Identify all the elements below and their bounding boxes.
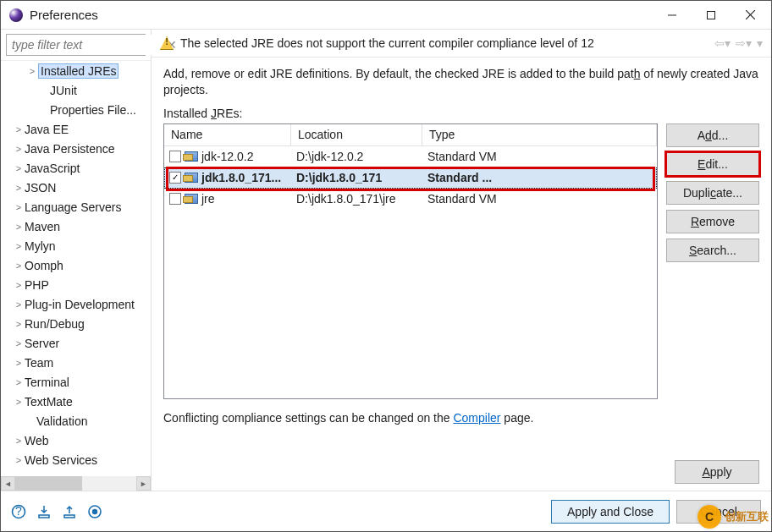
close-button[interactable]: [731, 2, 769, 29]
titlebar: Preferences: [1, 1, 771, 30]
tree-node[interactable]: >Installed JREs: [1, 61, 151, 80]
apply-button[interactable]: Apply: [675, 460, 759, 484]
jre-icon: [185, 173, 198, 183]
tree-node[interactable]: >Oomph: [1, 255, 151, 275]
tree-node[interactable]: >Terminal: [1, 372, 151, 392]
help-icon[interactable]: ?: [11, 504, 26, 519]
expander-icon[interactable]: >: [13, 144, 25, 154]
main-panel: The selected JRE does not support the cu…: [152, 30, 771, 491]
tree-node-label: Mylyn: [25, 239, 56, 253]
tree-node[interactable]: >Run/Debug: [1, 314, 151, 333]
tree-node-label: Maven: [25, 220, 60, 233]
col-location[interactable]: Location: [291, 124, 422, 145]
tree-node[interactable]: Validation: [1, 411, 151, 431]
expander-icon[interactable]: >: [13, 377, 25, 387]
nav-back-icon[interactable]: ⇦▾: [714, 36, 731, 50]
import-icon[interactable]: [36, 504, 52, 519]
expander-icon[interactable]: >: [13, 358, 25, 368]
minimize-button[interactable]: [653, 2, 692, 29]
checkbox[interactable]: [169, 193, 181, 205]
expander-icon[interactable]: >: [13, 455, 25, 465]
tree-node[interactable]: >Maven: [1, 217, 151, 236]
expander-icon[interactable]: >: [13, 222, 25, 232]
tree-node[interactable]: Properties File...: [1, 100, 151, 119]
tree-node-label: JUnit: [50, 84, 77, 97]
tree-node[interactable]: >JSON: [1, 178, 151, 197]
compiler-link[interactable]: Compiler: [453, 411, 500, 425]
jre-location: D:\jdk1.8.0_171: [291, 171, 422, 184]
remove-button[interactable]: Remove: [666, 210, 759, 233]
jre-table[interactable]: Name Location Type jdk-12.0.2D:\jdk-12.0…: [163, 123, 658, 399]
col-name[interactable]: Name: [164, 124, 291, 145]
nav-forward-icon[interactable]: ⇨▾: [736, 36, 752, 50]
warning-icon: [160, 36, 174, 50]
expander-icon[interactable]: >: [13, 241, 25, 251]
table-row[interactable]: jdk-12.0.2D:\jdk-12.0.2Standard VM: [164, 146, 657, 167]
tree-node[interactable]: >Java Persistence: [1, 139, 151, 158]
svg-text:?: ?: [15, 504, 22, 518]
warning-bar: The selected JRE does not support the cu…: [152, 30, 771, 58]
expander-icon[interactable]: >: [13, 280, 25, 290]
expander-icon[interactable]: >: [13, 319, 25, 329]
svg-point-7: [92, 508, 97, 513]
record-icon[interactable]: [87, 504, 102, 519]
app-icon: [9, 8, 23, 22]
tree-node-label: Installed JREs: [38, 63, 119, 79]
tree-node[interactable]: >Web Services: [1, 450, 151, 469]
tree-node[interactable]: >Server: [1, 333, 151, 353]
tree-node[interactable]: JUnit: [1, 80, 151, 100]
expander-icon[interactable]: >: [13, 163, 25, 173]
table-header: Name Location Type: [164, 124, 657, 146]
tree-node-label: Web: [25, 434, 49, 447]
tree-node-label: Web Services: [25, 453, 97, 467]
table-row[interactable]: jreD:\jdk1.8.0_171\jreStandard VM: [164, 189, 657, 210]
filter-input[interactable]: [7, 35, 167, 55]
jre-icon: [185, 151, 198, 162]
search-button[interactable]: Search...: [666, 239, 759, 262]
jre-location: D:\jdk1.8.0_171\jre: [291, 192, 422, 206]
tree-node-label: TextMate: [25, 395, 73, 409]
nav-menu-icon[interactable]: ▾: [757, 36, 763, 50]
export-icon[interactable]: [62, 504, 77, 519]
tree-node[interactable]: >Web: [1, 431, 151, 450]
jre-name: jdk1.8.0_171...: [201, 171, 281, 184]
tree-node[interactable]: >Team: [1, 353, 151, 372]
tree-node-label: Server: [25, 337, 59, 350]
svg-rect-1: [708, 11, 715, 19]
checkbox[interactable]: [169, 151, 181, 162]
cancel-button[interactable]: Cancel: [676, 500, 761, 524]
tree-node[interactable]: >Java EE: [1, 119, 151, 139]
warning-text: The selected JRE does not support the cu…: [180, 36, 714, 50]
checkbox[interactable]: ✓: [169, 172, 181, 184]
col-type[interactable]: Type: [422, 124, 657, 145]
expander-icon[interactable]: >: [26, 66, 38, 76]
maximize-button[interactable]: [692, 2, 731, 29]
tree-node[interactable]: >Language Servers: [1, 197, 151, 217]
tree-node-label: Java Persistence: [25, 142, 115, 156]
horizontal-scrollbar[interactable]: ◄ ►: [1, 476, 151, 491]
edit-button[interactable]: Edit...: [666, 152, 759, 176]
apply-and-close-button[interactable]: Apply and Close: [551, 500, 670, 524]
page-description: Add, remove or edit JRE definitions. By …: [163, 66, 759, 98]
tree-node[interactable]: >Mylyn: [1, 236, 151, 255]
expander-icon[interactable]: >: [13, 202, 25, 212]
tree-node[interactable]: >TextMate: [1, 392, 151, 411]
expander-icon[interactable]: >: [13, 124, 25, 134]
tree-node-label: JavaScript: [25, 162, 80, 175]
expander-icon[interactable]: >: [13, 183, 25, 193]
expander-icon[interactable]: >: [13, 436, 25, 446]
expander-icon[interactable]: >: [13, 397, 25, 407]
window-title: Preferences: [30, 8, 653, 22]
tree-node[interactable]: >JavaScript: [1, 158, 151, 178]
add-button[interactable]: Add...: [666, 123, 759, 147]
preferences-tree[interactable]: >Installed JREsJUnitProperties File...>J…: [1, 61, 151, 491]
table-row[interactable]: ✓jdk1.8.0_171...D:\jdk1.8.0_171Standard …: [164, 167, 657, 189]
duplicate-button[interactable]: Duplicate...: [666, 181, 759, 205]
preferences-sidebar: ✕ >Installed JREsJUnitProperties File...…: [1, 30, 152, 491]
expander-icon[interactable]: >: [13, 261, 25, 271]
dialog-footer: ? Apply and Close Cancel: [1, 491, 771, 531]
tree-node[interactable]: >Plug-in Development: [1, 294, 151, 314]
expander-icon[interactable]: >: [13, 299, 25, 310]
expander-icon[interactable]: >: [13, 338, 25, 348]
tree-node[interactable]: >PHP: [1, 275, 151, 294]
